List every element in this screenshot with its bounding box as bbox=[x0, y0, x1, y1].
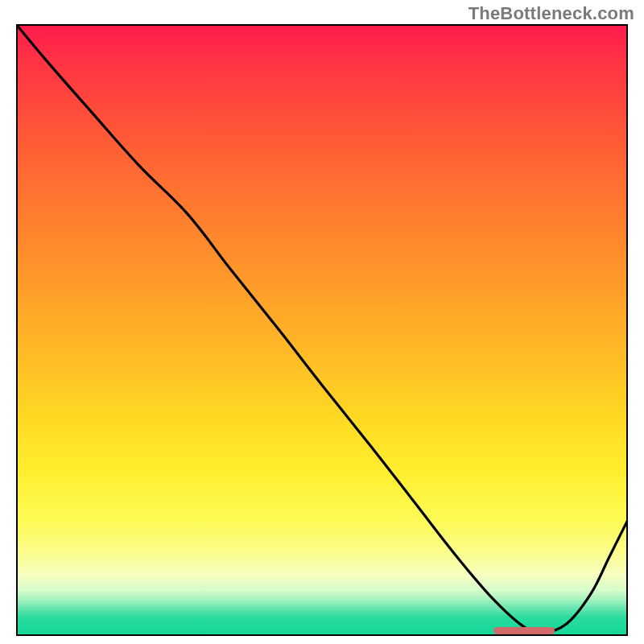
watermark-label: TheBottleneck.com bbox=[469, 3, 634, 24]
bottleneck-curve bbox=[16, 24, 628, 636]
optimal-range-marker bbox=[493, 627, 555, 634]
chart-area bbox=[16, 24, 628, 636]
